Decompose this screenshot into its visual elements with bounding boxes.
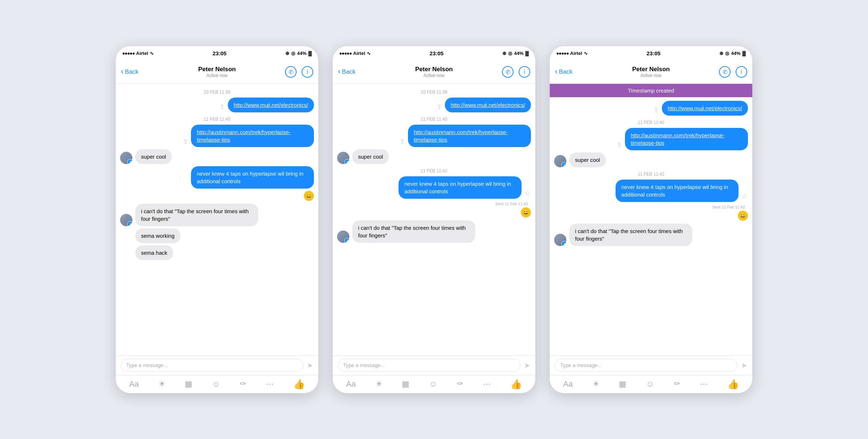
status-bar: ●●●●● Airtel ∿ 23:05 ⊕ ◎ 44% ▓	[116, 46, 318, 61]
back-chevron-icon: ‹	[555, 67, 557, 76]
avatar: f	[554, 155, 566, 167]
battery-label: 44%	[731, 51, 740, 56]
alarm-icon: ◎	[508, 51, 512, 56]
message-row: f super cool	[120, 149, 314, 164]
back-button[interactable]: ‹ Back	[338, 68, 367, 76]
status-bar: ●●●●● Airtel ∿ 23:05 ⊕ ◎ 44% ▓	[550, 46, 752, 61]
battery-icon: ▓	[526, 51, 529, 56]
font-icon[interactable]: Aa	[563, 379, 573, 389]
phone-button[interactable]: ✆	[502, 66, 514, 78]
gps-icon: ⊕	[719, 51, 723, 56]
battery-label: 44%	[514, 51, 523, 56]
battery-icon: ▓	[309, 51, 312, 56]
message-bubble: never knew 4 taps on hyperlapse wil brin…	[616, 180, 739, 202]
contact-name: Peter Nelson	[584, 66, 718, 73]
phone-button[interactable]: ✆	[719, 66, 731, 78]
sent-label: Sent 11 Feb 11:42	[554, 205, 745, 209]
nav-icons: ✆ i	[501, 66, 530, 78]
more-icon[interactable]: ⋯	[483, 379, 491, 389]
emoji-icon[interactable]: ☺	[646, 379, 654, 389]
emoji-reaction[interactable]: 😀	[304, 191, 314, 201]
timestamp-label: 11 FEB 11:40	[120, 117, 314, 122]
sent-label: Sent 11 Feb 11:42	[337, 202, 528, 206]
camera-icon[interactable]: ☀	[375, 379, 383, 389]
share-icon[interactable]: ⇪	[220, 103, 225, 112]
alarm-icon: ◎	[725, 51, 729, 56]
camera-icon[interactable]: ☀	[592, 379, 600, 389]
message-bubble: never knew 4 taps on hyperlapse wil brin…	[399, 176, 522, 199]
phone-phone1: ●●●●● Airtel ∿ 23:05 ⊕ ◎ 44% ▓ ‹ Back Pe…	[116, 46, 318, 393]
share-icon[interactable]: ⇪	[617, 141, 622, 150]
info-button[interactable]: i	[519, 66, 530, 78]
message-row: sema hack	[120, 245, 314, 260]
nav-center: Peter Nelson Active now	[150, 66, 284, 78]
more-icon[interactable]: ⋯	[700, 379, 708, 389]
info-button[interactable]: i	[736, 66, 747, 78]
font-icon[interactable]: Aa	[346, 379, 356, 389]
back-label[interactable]: Back	[559, 68, 573, 76]
emoji-icon[interactable]: ☺	[212, 379, 220, 389]
avatar: f	[120, 214, 132, 226]
message-link[interactable]: http://www.muji.net/electronics/	[668, 105, 742, 111]
gallery-icon[interactable]: ▦	[619, 379, 626, 389]
back-button[interactable]: ‹ Back	[555, 68, 584, 76]
message-input[interactable]: Type a message...	[555, 359, 737, 372]
share-icon[interactable]: ⇪	[437, 103, 442, 112]
info-button[interactable]: i	[302, 66, 313, 78]
gallery-icon[interactable]: ▦	[185, 379, 192, 389]
share-icon[interactable]: ⇪	[183, 138, 188, 147]
active-status: Active now	[584, 73, 718, 78]
message-input[interactable]: Type a message...	[338, 359, 520, 372]
message-row: never knew 4 taps on hyperlapse wil brin…	[120, 166, 314, 189]
back-button[interactable]: ‹ Back	[121, 68, 150, 76]
like-button[interactable]: 👍	[293, 379, 305, 390]
like-button[interactable]: 👍	[510, 379, 522, 390]
nav-icons: ✆ i	[284, 66, 313, 78]
message-link[interactable]: http://www.muji.net/electronics/	[234, 102, 308, 108]
timestamp-label: 11 FEB 11:40	[554, 120, 748, 125]
gallery-icon[interactable]: ▦	[402, 379, 409, 389]
star-icon[interactable]: ☆	[741, 192, 748, 202]
send-button[interactable]: ➤	[524, 361, 530, 370]
emoji-reaction[interactable]: 😀	[738, 211, 748, 221]
message-link[interactable]: http://austinmann.com/trek/hyperlapse-ti…	[197, 129, 290, 143]
message-row: f i can't do that "Tap the screen four t…	[120, 204, 314, 226]
phone-button[interactable]: ✆	[285, 66, 297, 78]
active-status: Active now	[150, 73, 284, 78]
share-icon[interactable]: ⇪	[654, 106, 659, 116]
toolbar: Aa ☀ ▦ ☺ ⚰ ⋯ 👍	[116, 375, 318, 393]
like-button[interactable]: 👍	[727, 379, 739, 390]
signal-dots: ●●●●●	[122, 51, 135, 56]
send-button[interactable]: ➤	[307, 361, 313, 370]
font-icon[interactable]: Aa	[129, 379, 139, 389]
timestamp-label: 10 FEB 11:39	[120, 90, 314, 95]
microphone-icon[interactable]: ⚰	[673, 379, 680, 389]
send-button[interactable]: ➤	[741, 361, 747, 370]
more-icon[interactable]: ⋯	[266, 379, 274, 389]
wifi-icon: ∿	[150, 51, 154, 56]
back-label[interactable]: Back	[125, 68, 139, 76]
timestamp-label: 11 FEB 11:42	[337, 168, 531, 173]
star-icon[interactable]: ☆	[524, 189, 531, 199]
back-label[interactable]: Back	[342, 68, 356, 76]
share-icon[interactable]: ⇪	[400, 138, 405, 147]
status-left: ●●●●● Airtel ∿	[339, 51, 371, 56]
message-input[interactable]: Type a message...	[121, 359, 303, 372]
status-left: ●●●●● Airtel ∿	[122, 51, 154, 56]
status-bar: ●●●●● Airtel ∿ 23:05 ⊕ ◎ 44% ▓	[333, 46, 535, 61]
emoji-reaction[interactable]: 😀	[521, 207, 531, 218]
contact-name: Peter Nelson	[150, 66, 284, 73]
message-bubble: sema working	[135, 228, 180, 243]
timestamp-label: 11 FEB 11:40	[337, 117, 531, 122]
microphone-icon[interactable]: ⚰	[239, 379, 246, 389]
time-label: 23:05	[213, 50, 226, 56]
active-status: Active now	[367, 73, 501, 78]
microphone-icon[interactable]: ⚰	[456, 379, 463, 389]
message-link[interactable]: http://www.muji.net/electronics/	[451, 102, 525, 108]
messenger-badge: f	[561, 241, 566, 246]
message-link[interactable]: http://austinmann.com/trek/hyperlapse-ti…	[631, 132, 724, 146]
emoji-icon[interactable]: ☺	[429, 379, 437, 389]
message-link[interactable]: http://austinmann.com/trek/hyperlapse-ti…	[414, 129, 507, 143]
status-right: ⊕ ◎ 44% ▓	[285, 51, 312, 56]
camera-icon[interactable]: ☀	[158, 379, 166, 389]
